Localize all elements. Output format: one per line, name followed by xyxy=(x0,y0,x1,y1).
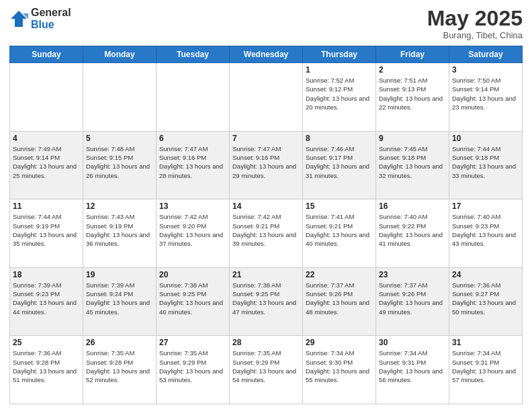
logo-text: General Blue xyxy=(31,7,71,30)
calendar-cell: 29Sunrise: 7:34 AM Sunset: 9:30 PM Dayli… xyxy=(303,336,376,404)
day-info: Sunrise: 7:41 AM Sunset: 9:21 PM Dayligh… xyxy=(306,212,373,248)
day-number: 20 xyxy=(159,270,226,279)
calendar-cell: 1Sunrise: 7:52 AM Sunset: 9:12 PM Daylig… xyxy=(303,63,376,132)
month-title: May 2025 xyxy=(427,7,523,30)
day-number: 30 xyxy=(379,338,446,347)
calendar-cell: 7Sunrise: 7:47 AM Sunset: 9:16 PM Daylig… xyxy=(230,131,303,199)
calendar-cell: 10Sunrise: 7:44 AM Sunset: 9:18 PM Dayli… xyxy=(449,131,523,199)
day-info: Sunrise: 7:37 AM Sunset: 9:26 PM Dayligh… xyxy=(306,281,373,316)
svg-marker-0 xyxy=(11,11,27,27)
calendar-cell: 2Sunrise: 7:51 AM Sunset: 9:13 PM Daylig… xyxy=(376,63,449,132)
calendar-week-row: 4Sunrise: 7:49 AM Sunset: 9:14 PM Daylig… xyxy=(10,131,523,199)
day-header-saturday: Saturday xyxy=(449,46,523,63)
calendar-week-row: 1Sunrise: 7:52 AM Sunset: 9:12 PM Daylig… xyxy=(10,63,523,132)
day-number: 24 xyxy=(452,270,519,279)
day-info: Sunrise: 7:36 AM Sunset: 9:28 PM Dayligh… xyxy=(13,349,80,384)
day-info: Sunrise: 7:37 AM Sunset: 9:26 PM Dayligh… xyxy=(379,281,446,316)
day-number: 19 xyxy=(86,270,153,279)
day-info: Sunrise: 7:36 AM Sunset: 9:27 PM Dayligh… xyxy=(452,281,519,316)
day-info: Sunrise: 7:50 AM Sunset: 9:14 PM Dayligh… xyxy=(452,76,519,111)
day-number: 9 xyxy=(379,134,446,143)
location-subtitle: Burang, Tibet, China xyxy=(427,30,523,40)
calendar-cell: 21Sunrise: 7:38 AM Sunset: 9:25 PM Dayli… xyxy=(230,267,303,336)
day-number: 5 xyxy=(86,134,153,143)
calendar-header-row: SundayMondayTuesdayWednesdayThursdayFrid… xyxy=(10,46,523,63)
calendar-cell: 20Sunrise: 7:38 AM Sunset: 9:25 PM Dayli… xyxy=(157,267,230,336)
calendar-cell: 26Sunrise: 7:35 AM Sunset: 9:28 PM Dayli… xyxy=(83,336,157,404)
logo-blue-text: Blue xyxy=(31,19,71,31)
calendar-cell xyxy=(83,63,157,132)
page: General Blue May 2025 Burang, Tibet, Chi… xyxy=(0,0,532,411)
day-info: Sunrise: 7:44 AM Sunset: 9:19 PM Dayligh… xyxy=(13,212,80,248)
day-number: 13 xyxy=(159,201,226,211)
day-number: 16 xyxy=(379,201,446,211)
day-info: Sunrise: 7:39 AM Sunset: 9:24 PM Dayligh… xyxy=(86,281,153,316)
day-info: Sunrise: 7:40 AM Sunset: 9:23 PM Dayligh… xyxy=(452,212,519,248)
calendar-cell: 30Sunrise: 7:34 AM Sunset: 9:31 PM Dayli… xyxy=(376,336,449,404)
calendar-cell: 22Sunrise: 7:37 AM Sunset: 9:26 PM Dayli… xyxy=(303,267,376,336)
calendar-cell: 25Sunrise: 7:36 AM Sunset: 9:28 PM Dayli… xyxy=(10,336,83,404)
day-info: Sunrise: 7:47 AM Sunset: 9:16 PM Dayligh… xyxy=(159,144,226,180)
day-number: 31 xyxy=(452,338,519,347)
day-number: 11 xyxy=(13,201,80,211)
day-number: 12 xyxy=(86,201,153,211)
calendar-cell: 12Sunrise: 7:43 AM Sunset: 9:19 PM Dayli… xyxy=(83,199,157,268)
calendar-cell: 24Sunrise: 7:36 AM Sunset: 9:27 PM Dayli… xyxy=(449,267,523,336)
day-info: Sunrise: 7:48 AM Sunset: 9:15 PM Dayligh… xyxy=(86,144,153,180)
day-info: Sunrise: 7:42 AM Sunset: 9:20 PM Dayligh… xyxy=(159,212,226,248)
day-info: Sunrise: 7:43 AM Sunset: 9:19 PM Dayligh… xyxy=(86,212,153,248)
day-number: 14 xyxy=(232,201,300,211)
day-info: Sunrise: 7:46 AM Sunset: 9:17 PM Dayligh… xyxy=(306,144,373,180)
day-info: Sunrise: 7:39 AM Sunset: 9:23 PM Dayligh… xyxy=(13,281,80,316)
calendar-cell: 8Sunrise: 7:46 AM Sunset: 9:17 PM Daylig… xyxy=(303,131,376,199)
day-number: 23 xyxy=(379,270,446,279)
day-info: Sunrise: 7:47 AM Sunset: 9:16 PM Dayligh… xyxy=(232,144,300,180)
day-info: Sunrise: 7:44 AM Sunset: 9:18 PM Dayligh… xyxy=(452,144,519,180)
day-info: Sunrise: 7:40 AM Sunset: 9:22 PM Dayligh… xyxy=(379,212,446,248)
day-info: Sunrise: 7:35 AM Sunset: 9:29 PM Dayligh… xyxy=(232,349,300,384)
calendar-cell: 19Sunrise: 7:39 AM Sunset: 9:24 PM Dayli… xyxy=(83,267,157,336)
logo-icon xyxy=(9,9,28,28)
calendar-cell: 5Sunrise: 7:48 AM Sunset: 9:15 PM Daylig… xyxy=(83,131,157,199)
day-number: 7 xyxy=(232,134,300,143)
calendar-cell: 6Sunrise: 7:47 AM Sunset: 9:16 PM Daylig… xyxy=(157,131,230,199)
day-info: Sunrise: 7:34 AM Sunset: 9:31 PM Dayligh… xyxy=(452,349,519,384)
calendar-cell: 17Sunrise: 7:40 AM Sunset: 9:23 PM Dayli… xyxy=(449,199,523,268)
day-header-thursday: Thursday xyxy=(303,46,376,63)
day-info: Sunrise: 7:35 AM Sunset: 9:28 PM Dayligh… xyxy=(86,349,153,384)
calendar-cell xyxy=(10,63,83,132)
day-info: Sunrise: 7:34 AM Sunset: 9:30 PM Dayligh… xyxy=(306,349,373,384)
day-info: Sunrise: 7:49 AM Sunset: 9:14 PM Dayligh… xyxy=(13,144,80,180)
calendar-cell: 15Sunrise: 7:41 AM Sunset: 9:21 PM Dayli… xyxy=(303,199,376,268)
day-info: Sunrise: 7:38 AM Sunset: 9:25 PM Dayligh… xyxy=(232,281,300,316)
calendar-cell: 31Sunrise: 7:34 AM Sunset: 9:31 PM Dayli… xyxy=(449,336,523,404)
day-number: 4 xyxy=(13,134,80,143)
day-info: Sunrise: 7:42 AM Sunset: 9:21 PM Dayligh… xyxy=(232,212,300,248)
calendar-cell: 13Sunrise: 7:42 AM Sunset: 9:20 PM Dayli… xyxy=(157,199,230,268)
calendar-week-row: 18Sunrise: 7:39 AM Sunset: 9:23 PM Dayli… xyxy=(10,267,523,336)
day-info: Sunrise: 7:38 AM Sunset: 9:25 PM Dayligh… xyxy=(159,281,226,316)
day-header-tuesday: Tuesday xyxy=(157,46,230,63)
calendar-table: SundayMondayTuesdayWednesdayThursdayFrid… xyxy=(9,46,523,404)
day-number: 6 xyxy=(159,134,226,143)
calendar-cell: 3Sunrise: 7:50 AM Sunset: 9:14 PM Daylig… xyxy=(449,63,523,132)
calendar-cell: 23Sunrise: 7:37 AM Sunset: 9:26 PM Dayli… xyxy=(376,267,449,336)
day-number: 21 xyxy=(232,270,300,279)
day-number: 22 xyxy=(306,270,373,279)
day-header-monday: Monday xyxy=(83,46,157,63)
day-info: Sunrise: 7:51 AM Sunset: 9:13 PM Dayligh… xyxy=(379,76,446,111)
day-number: 27 xyxy=(159,338,226,347)
day-info: Sunrise: 7:45 AM Sunset: 9:18 PM Dayligh… xyxy=(379,144,446,180)
day-header-friday: Friday xyxy=(376,46,449,63)
calendar-cell xyxy=(157,63,230,132)
calendar-cell: 14Sunrise: 7:42 AM Sunset: 9:21 PM Dayli… xyxy=(230,199,303,268)
title-area: May 2025 Burang, Tibet, China xyxy=(427,7,523,40)
day-header-sunday: Sunday xyxy=(10,46,83,63)
day-number: 26 xyxy=(86,338,153,347)
calendar-cell: 28Sunrise: 7:35 AM Sunset: 9:29 PM Dayli… xyxy=(230,336,303,404)
day-header-wednesday: Wednesday xyxy=(230,46,303,63)
day-info: Sunrise: 7:52 AM Sunset: 9:12 PM Dayligh… xyxy=(306,76,373,111)
day-number: 10 xyxy=(452,134,519,143)
day-number: 29 xyxy=(306,338,373,347)
calendar-week-row: 11Sunrise: 7:44 AM Sunset: 9:19 PM Dayli… xyxy=(10,199,523,268)
